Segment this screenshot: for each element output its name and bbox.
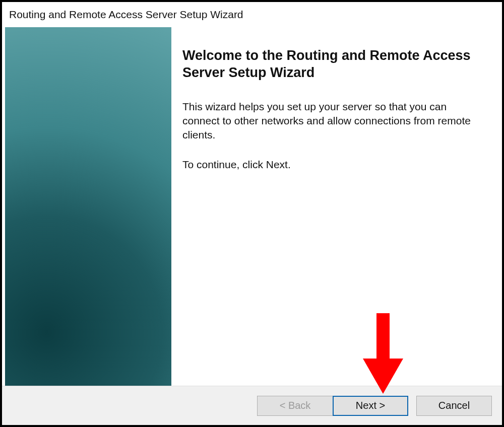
wizard-continue-hint: To continue, click Next. — [182, 158, 472, 172]
titlebar: Routing and Remote Access Server Setup W… — [2, 2, 502, 27]
back-button: < Back — [257, 396, 333, 416]
wizard-content: Welcome to the Routing and Remote Access… — [171, 27, 502, 386]
window-title: Routing and Remote Access Server Setup W… — [9, 9, 243, 21]
nav-button-group: < Back Next > — [257, 396, 408, 416]
wizard-heading: Welcome to the Routing and Remote Access… — [182, 47, 472, 82]
wizard-side-banner — [5, 27, 171, 386]
dialog-body: Welcome to the Routing and Remote Access… — [2, 27, 502, 386]
next-button[interactable]: Next > — [333, 396, 408, 416]
wizard-description: This wizard helps you set up your server… — [182, 100, 472, 143]
cancel-button[interactable]: Cancel — [416, 396, 492, 416]
wizard-dialog: Routing and Remote Access Server Setup W… — [0, 0, 504, 427]
dialog-footer: < Back Next > Cancel — [2, 386, 502, 425]
